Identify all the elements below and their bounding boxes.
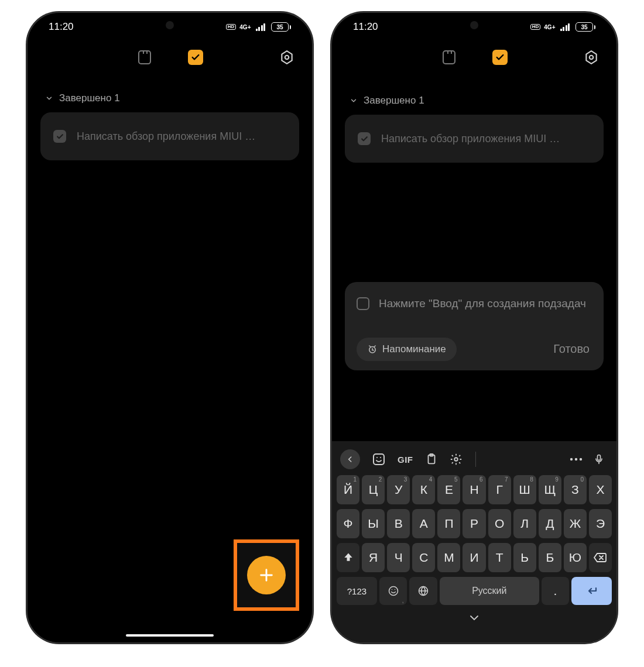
collapse-keyboard[interactable] <box>335 610 613 639</box>
check-icon <box>361 135 368 143</box>
key-Э[interactable]: Э <box>589 509 612 538</box>
chevron-down-icon <box>45 94 53 102</box>
shift-icon <box>342 552 354 563</box>
symbols-key[interactable]: ?123 <box>337 577 377 605</box>
shift-key[interactable] <box>337 543 359 572</box>
notes-icon <box>138 50 151 64</box>
language-key[interactable] <box>409 577 437 605</box>
period-key[interactable]: . <box>542 577 570 605</box>
gif-button[interactable]: GIF <box>398 455 413 465</box>
key-Е[interactable]: Е5 <box>437 475 460 504</box>
task-input[interactable]: Нажмите "Ввод" для создания подзадач <box>379 296 586 312</box>
key-Я[interactable]: Я <box>362 543 385 572</box>
tab-tasks[interactable] <box>492 50 508 65</box>
key-row-1: Й1Ц2У3К4Е5Н6Г7Ш8Щ9З0Х <box>335 475 613 504</box>
camera-notch <box>166 21 174 29</box>
key-К[interactable]: К4 <box>412 475 435 504</box>
top-tabs <box>28 35 312 71</box>
svg-rect-10 <box>598 455 601 460</box>
task-text: Написать обзор приложения MIUI … <box>381 133 560 145</box>
backspace-icon <box>593 552 607 563</box>
tab-notes[interactable] <box>136 49 153 66</box>
battery-icon: 35 <box>271 22 291 32</box>
status-icons: HD 4G+ 35 <box>530 22 595 32</box>
divider <box>475 452 476 467</box>
key-Й[interactable]: Й1 <box>337 475 359 504</box>
key-О[interactable]: О <box>488 509 511 538</box>
keyboard: GIF Й1Ц2У3К4Е5Н6Г7Ш8Щ9З0Х <box>332 441 616 642</box>
key-Ж[interactable]: Ж <box>564 509 587 538</box>
home-indicator[interactable] <box>126 634 214 637</box>
key-В[interactable]: В <box>387 509 410 538</box>
key-А[interactable]: А <box>412 509 435 538</box>
plus-icon <box>258 567 275 583</box>
key-Ц[interactable]: Ц2 <box>362 475 385 504</box>
alarm-icon <box>367 344 378 355</box>
key-row-2: ФЫВАПРОЛДЖЭ <box>335 509 613 538</box>
key-Т[interactable]: Т <box>488 543 511 572</box>
enter-icon <box>585 584 599 598</box>
key-Ш[interactable]: Ш8 <box>513 475 536 504</box>
sticker-button[interactable] <box>372 452 386 466</box>
keyboard-toolbar: GIF <box>335 446 613 475</box>
clipboard-button[interactable] <box>425 453 438 466</box>
reminder-button[interactable]: Напоминание <box>357 338 457 361</box>
key-Б[interactable]: Б <box>539 543 561 572</box>
key-Д[interactable]: Д <box>539 509 561 538</box>
key-Г[interactable]: Г7 <box>488 475 511 504</box>
chevron-down-icon <box>469 614 479 621</box>
clock: 11:20 <box>49 21 74 33</box>
key-Р[interactable]: Р <box>463 509 485 538</box>
kb-settings-button[interactable] <box>450 453 463 466</box>
settings-button[interactable] <box>279 50 294 65</box>
mic-button[interactable] <box>593 453 605 465</box>
enter-key[interactable] <box>571 577 612 605</box>
key-Н[interactable]: Н6 <box>463 475 485 504</box>
tab-notes[interactable] <box>441 49 457 66</box>
key-Х[interactable]: Х <box>589 475 612 504</box>
key-Ы[interactable]: Ы <box>362 509 385 538</box>
svg-point-7 <box>570 458 573 460</box>
task-row[interactable]: Написать обзор приложения MIUI … <box>345 115 604 163</box>
key-У[interactable]: У3 <box>387 475 410 504</box>
key-С[interactable]: С <box>412 543 435 572</box>
kb-back-button[interactable] <box>340 449 360 469</box>
completed-section-header[interactable]: Завершено 1 <box>28 71 312 112</box>
phone-left: 11:20 HD 4G+ 35 Завершено 1 <box>26 12 313 644</box>
task-checkbox-empty[interactable] <box>357 297 369 310</box>
emoji-key[interactable]: , <box>379 577 407 605</box>
notes-icon <box>443 50 455 64</box>
svg-point-6 <box>454 458 458 461</box>
key-Ч[interactable]: Ч <box>387 543 410 572</box>
settings-button[interactable] <box>584 50 599 65</box>
tab-tasks[interactable] <box>188 50 203 65</box>
key-Л[interactable]: Л <box>513 509 536 538</box>
done-button[interactable]: Готово <box>553 342 592 356</box>
kb-more-button[interactable] <box>570 458 583 461</box>
key-И[interactable]: И <box>463 543 485 572</box>
key-Ф[interactable]: Ф <box>337 509 359 538</box>
mic-icon <box>593 453 605 465</box>
key-П[interactable]: П <box>437 509 460 538</box>
check-icon <box>495 53 505 62</box>
camera-notch <box>470 21 478 29</box>
key-Ю[interactable]: Ю <box>564 543 587 572</box>
key-Щ[interactable]: Щ9 <box>539 475 561 504</box>
svg-point-9 <box>580 458 582 460</box>
svg-point-11 <box>389 587 398 596</box>
volte-badge: HD <box>226 24 237 30</box>
clock: 11:20 <box>353 21 378 33</box>
task-checkbox-done[interactable] <box>358 132 371 145</box>
key-М[interactable]: М <box>437 543 460 572</box>
key-З[interactable]: З0 <box>564 475 587 504</box>
task-checkbox-done[interactable] <box>53 130 66 143</box>
backspace-key[interactable] <box>589 543 612 572</box>
gear-icon <box>584 50 599 65</box>
space-key[interactable]: Русский <box>440 577 539 605</box>
svg-point-1 <box>590 56 594 60</box>
top-tabs <box>332 35 616 71</box>
completed-section-header[interactable]: Завершено 1 <box>332 95 616 115</box>
add-task-button[interactable] <box>247 556 286 594</box>
key-Ь[interactable]: Ь <box>513 543 536 572</box>
task-row[interactable]: Написать обзор приложения MIUI … <box>40 112 299 160</box>
